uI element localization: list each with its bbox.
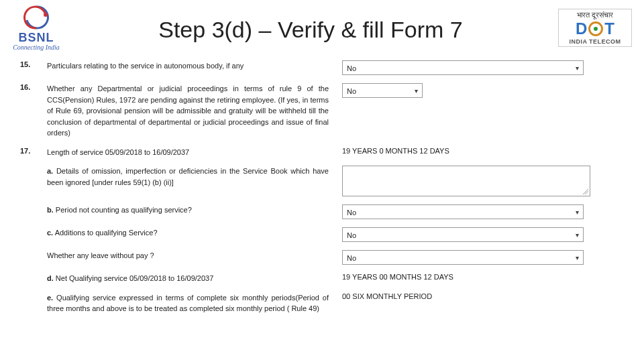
row-17: 17. Length of service 05/09/2018 to 16/0… [20,147,624,158]
row-17b: b. Period not counting as qualifying ser… [20,204,624,219]
row-label: Particulars relating to the service in a… [47,60,342,72]
row-label: d. Net Qualifying service 05/09/2018 to … [47,273,342,284]
row-17c: c. Additions to qualifying Service? No [20,227,624,242]
bsnl-swirl-icon [23,4,50,31]
dot-logo: भारत दूरसंचार D T INDIA TELECOM [558,9,632,47]
row-label: a. Details of omission, imperfection or … [47,166,342,188]
bsnl-tagline: Connecting India [13,44,60,51]
omission-textarea[interactable] [342,166,590,196]
row-17a: a. Details of omission, imperfection or … [20,166,624,196]
row-number: 17. [20,147,47,155]
autonomous-body-select[interactable]: No [342,60,584,75]
row-15: 15. Particulars relating to the service … [20,60,624,75]
svg-point-0 [44,13,48,17]
length-of-service-value: 19 YEARS 0 MONTHS 12 DAYS [342,147,624,155]
proceedings-select[interactable]: No [342,83,423,98]
dot-hindi: भारत दूरसंचार [560,11,630,19]
bsnl-logo: BSNL Connecting India [9,4,63,51]
row-label: Whether any Departmental or judicial pro… [47,83,342,139]
row-label: e. Qualifying service expressed in terms… [47,292,342,314]
six-monthly-value: 00 SIX MONTHLY PERIOD [342,292,624,300]
not-counting-select[interactable]: No [342,204,584,219]
dot-bottom: INDIA TELECOM [560,38,630,45]
dot-mid-icon: D T [560,19,630,38]
row-number: 16. [20,83,47,91]
row-label: Whether any leave without pay ? [47,250,342,261]
form-area: 15. Particulars relating to the service … [0,54,644,314]
row-number: 15. [20,60,47,68]
row-16: 16. Whether any Departmental or judicial… [20,83,624,139]
row-17e: e. Qualifying service expressed in terms… [20,292,624,314]
bsnl-name: BSNL [19,31,54,45]
row-17d: d. Net Qualifying service 05/09/2018 to … [20,273,624,284]
row-label: c. Additions to qualifying Service? [47,227,342,239]
row-label: b. Period not counting as qualifying ser… [47,204,342,216]
net-qualifying-value: 19 YEARS 00 MONTHS 12 DAYS [342,273,624,281]
additions-select[interactable]: No [342,227,584,242]
page-title: Step 3(d) – Verify & fill Form 7 [63,17,558,43]
lwp-select[interactable]: No [342,250,584,265]
row-17-lwp: Whether any leave without pay ? No [20,250,624,265]
row-label: Length of service 05/09/2018 to 16/09/20… [47,147,342,158]
